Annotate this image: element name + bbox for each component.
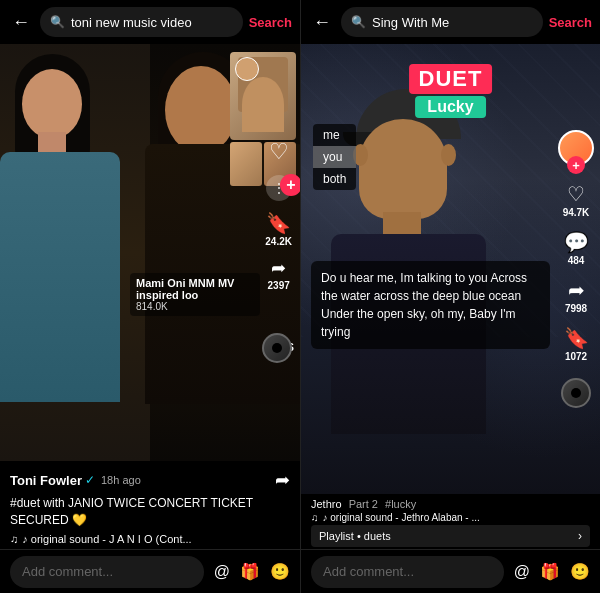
right-follow-button[interactable]: + <box>567 156 585 174</box>
selector-me[interactable]: me <box>313 124 356 146</box>
creator-info: Toni Fowler ✓ 18h ago <box>10 473 141 488</box>
right-stat4[interactable]: 🔖 1072 <box>564 326 589 362</box>
right-face <box>359 119 447 219</box>
back-button[interactable]: ← <box>8 8 34 37</box>
creator-name: Toni Fowler <box>10 473 82 488</box>
music-disc-inner <box>272 343 282 353</box>
chevron-right-icon: › <box>578 529 582 543</box>
face-shape <box>22 69 82 139</box>
left-comment-bar: Add comment... @ 🎁 🙂 <box>0 549 300 593</box>
creator-row: Toni Fowler ✓ 18h ago ➦ <box>10 469 290 491</box>
right-stat3-count: 7998 <box>565 303 587 314</box>
comment-placeholder: Add comment... <box>22 564 113 579</box>
left-panel: ← 🔍 toni new music video Search <box>0 0 300 593</box>
right-share-icon: ➦ <box>568 278 585 302</box>
verified-icon: ✓ <box>85 473 95 487</box>
right-search-icon: 🔍 <box>351 15 366 29</box>
search-icon: 🔍 <box>50 15 65 29</box>
right-hashtag: #lucky <box>385 498 416 510</box>
right-ear <box>441 144 456 166</box>
heart-icon: ♡ <box>269 139 289 165</box>
left-bottom-info: Toni Fowler ✓ 18h ago ➦ #duet with JANIO… <box>0 461 300 549</box>
right-like-stat[interactable]: ♡ 94.7K <box>563 182 590 218</box>
body-shape <box>0 152 120 402</box>
right-caption-part: Part 2 <box>349 498 378 510</box>
left-search-query: toni new music video <box>71 15 233 30</box>
right-search-box[interactable]: 🔍 Sing With Me <box>341 7 543 37</box>
video-title: Mami Oni MNM MV inspired loo <box>136 277 254 301</box>
right-face <box>165 66 237 154</box>
video-overlay-text: Mami Oni MNM MV inspired loo 814.0K <box>130 273 260 316</box>
right-panel: ← 🔍 Sing With Me Search D <box>300 0 600 593</box>
caption-text: #duet with JANIO TWICE CONCERT TICKET SE… <box>10 495 290 529</box>
right-sound-row[interactable]: ♫ ♪ original sound - Jethro Alaban - ... <box>311 512 590 523</box>
right-comment-stat[interactable]: 💬 484 <box>564 230 589 266</box>
gift-icon[interactable]: 🎁 <box>240 562 260 581</box>
left-search-bar: ← 🔍 toni new music video Search <box>0 0 300 44</box>
at-icon[interactable]: @ <box>214 563 230 581</box>
comment-count: 2397 <box>268 280 290 291</box>
playlist-text: Playlist • duets <box>319 530 391 542</box>
right-search-query: Sing With Me <box>372 15 533 30</box>
right-heart-icon: ♡ <box>567 182 585 206</box>
left-person-area <box>0 44 165 461</box>
right-comment-bar: Add comment... @ 🎁 🙂 <box>301 549 600 593</box>
right-comment-count: 484 <box>568 255 585 266</box>
right-search-button[interactable]: Search <box>549 15 592 30</box>
right-back-button[interactable]: ← <box>309 8 335 37</box>
right-action-bar: + ♡ 94.7K 💬 484 ➦ 7998 🔖 1072 <box>558 130 594 408</box>
duet-sub-thumb-1 <box>230 142 262 186</box>
right-comment-placeholder: Add comment... <box>323 564 414 579</box>
right-bookmark-icon: 🔖 <box>564 326 589 350</box>
right-music-icon: ♫ <box>311 512 319 523</box>
lyrics-overlay: Do u hear me, Im talking to you Across t… <box>311 261 550 349</box>
selector-you[interactable]: you <box>313 146 356 168</box>
video-stat-overlay: 814.0K <box>136 301 254 312</box>
time-ago: 18h ago <box>101 474 141 486</box>
right-at-icon[interactable]: @ <box>514 563 530 581</box>
right-gift-icon[interactable]: 🎁 <box>540 562 560 581</box>
left-stats-container: ♡ ⋮ 🔖 24.2K ➦ 2397 <box>265 139 292 291</box>
share-icon: ➦ <box>271 257 286 279</box>
comment-icons: @ 🎁 🙂 <box>214 562 290 581</box>
like-stat[interactable]: ♡ <box>269 139 289 165</box>
right-comment-icon: 💬 <box>564 230 589 254</box>
right-like-count: 94.7K <box>563 207 590 218</box>
right-creator-name: Jethro <box>311 498 342 510</box>
sound-row[interactable]: ♫ ♪ original sound - J A N I O (Cont... <box>10 533 290 545</box>
right-video-area[interactable]: DUET Lucky me you both + ♡ 94.7K 💬 484 <box>301 44 600 494</box>
sound-text: ♪ original sound - J A N I O (Cont... <box>22 533 191 545</box>
share-button[interactable]: ➦ <box>275 469 290 491</box>
right-creator-row: Jethro Part 2 #lucky <box>311 498 590 510</box>
right-sound-text: ♪ original sound - Jethro Alaban - ... <box>323 512 480 523</box>
bookmark-count: 24.2K <box>265 236 292 247</box>
left-video-area[interactable]: + Mami Oni MNM MV inspired loo 814.0K ♡ … <box>0 44 300 461</box>
right-comment-input[interactable]: Add comment... <box>311 556 504 588</box>
right-music-disc <box>561 378 591 408</box>
emoji-icon[interactable]: 🙂 <box>270 562 290 581</box>
right-disc-inner <box>571 388 581 398</box>
left-comment-input[interactable]: Add comment... <box>10 556 204 588</box>
right-avatar-container: + <box>558 130 594 166</box>
right-stat3[interactable]: ➦ 7998 <box>565 278 587 314</box>
right-playlist[interactable]: Playlist • duets › <box>311 525 590 547</box>
left-search-box[interactable]: 🔍 toni new music video <box>40 7 243 37</box>
share-stat[interactable]: ➦ 2397 <box>268 257 290 291</box>
right-comment-icons: @ 🎁 🙂 <box>514 562 590 581</box>
duet-label-container: DUET Lucky <box>409 64 493 118</box>
selector-box: me you both <box>313 124 356 190</box>
right-stat4-count: 1072 <box>565 351 587 362</box>
lucky-text: Lucky <box>415 96 485 118</box>
music-note-icon: ♫ <box>10 533 18 545</box>
plus-button[interactable]: + <box>280 174 300 196</box>
right-bottom-info: Jethro Part 2 #lucky ♫ ♪ original sound … <box>301 494 600 549</box>
left-search-button[interactable]: Search <box>249 15 292 30</box>
duet-text: DUET <box>409 64 493 94</box>
selector-both[interactable]: both <box>313 168 356 190</box>
right-emoji-icon[interactable]: 🙂 <box>570 562 590 581</box>
bookmark-stat[interactable]: 🔖 24.2K <box>265 211 292 247</box>
lyrics-text: Do u hear me, Im talking to you Across t… <box>321 269 540 341</box>
right-search-bar: ← 🔍 Sing With Me Search <box>301 0 600 44</box>
bookmark-icon: 🔖 <box>266 211 291 235</box>
